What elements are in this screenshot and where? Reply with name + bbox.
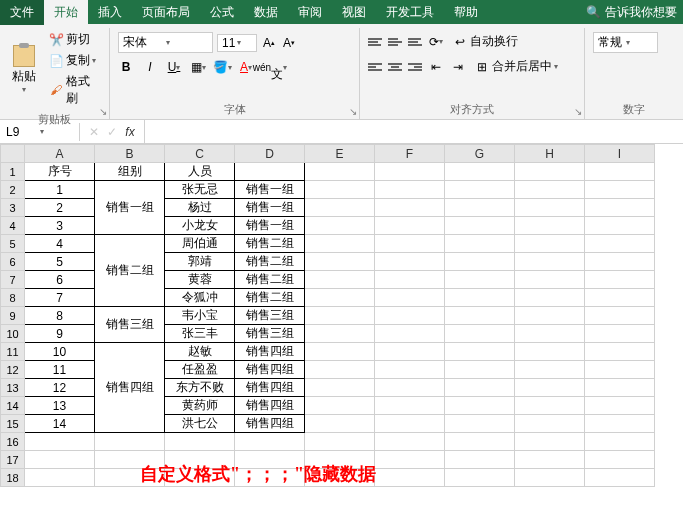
- cell[interactable]: [235, 433, 305, 451]
- cell[interactable]: 销售三组: [235, 325, 305, 343]
- orientation-button[interactable]: ⟳▾: [428, 34, 444, 50]
- cell[interactable]: [585, 361, 655, 379]
- cell[interactable]: [445, 253, 515, 271]
- cell[interactable]: [515, 361, 585, 379]
- select-all-corner[interactable]: [1, 145, 25, 163]
- cell[interactable]: [305, 271, 375, 289]
- cell[interactable]: [585, 415, 655, 433]
- increase-font-icon[interactable]: A▴: [261, 35, 277, 51]
- row-header[interactable]: 2: [1, 181, 25, 199]
- cell[interactable]: [305, 433, 375, 451]
- cell[interactable]: 8: [25, 307, 95, 325]
- cell[interactable]: 3: [25, 217, 95, 235]
- column-header-G[interactable]: G: [445, 145, 515, 163]
- cell[interactable]: [445, 181, 515, 199]
- cell[interactable]: 销售四组: [235, 361, 305, 379]
- cell[interactable]: [445, 343, 515, 361]
- insert-function-icon[interactable]: fx: [122, 125, 138, 139]
- row-header[interactable]: 8: [1, 289, 25, 307]
- align-bottom-icon[interactable]: [408, 37, 422, 47]
- cell[interactable]: [375, 379, 445, 397]
- cell[interactable]: [515, 199, 585, 217]
- cell[interactable]: 销售四组: [235, 343, 305, 361]
- cell[interactable]: 销售二组: [95, 235, 165, 307]
- menu-tab-7[interactable]: 开发工具: [376, 0, 444, 25]
- cell[interactable]: [515, 451, 585, 469]
- dialog-launcher-icon[interactable]: ↘: [99, 106, 107, 117]
- bold-button[interactable]: B: [118, 59, 134, 75]
- menu-tab-3[interactable]: 公式: [200, 0, 244, 25]
- column-header-D[interactable]: D: [235, 145, 305, 163]
- cell[interactable]: [305, 325, 375, 343]
- cell[interactable]: [515, 379, 585, 397]
- menu-tab-0[interactable]: 开始: [44, 0, 88, 25]
- column-header-C[interactable]: C: [165, 145, 235, 163]
- cell[interactable]: [305, 217, 375, 235]
- cell[interactable]: [375, 343, 445, 361]
- menu-tab-5[interactable]: 审阅: [288, 0, 332, 25]
- cell[interactable]: [585, 397, 655, 415]
- cell[interactable]: 序号: [25, 163, 95, 181]
- cell[interactable]: [305, 163, 375, 181]
- cell[interactable]: [25, 451, 95, 469]
- cell[interactable]: [375, 217, 445, 235]
- wrap-text-button[interactable]: ↩自动换行: [450, 32, 520, 51]
- row-header[interactable]: 16: [1, 433, 25, 451]
- cell[interactable]: 黄药师: [165, 397, 235, 415]
- cell[interactable]: [585, 181, 655, 199]
- row-header[interactable]: 15: [1, 415, 25, 433]
- cell[interactable]: [585, 289, 655, 307]
- row-header[interactable]: 3: [1, 199, 25, 217]
- cell[interactable]: [515, 307, 585, 325]
- cell[interactable]: [375, 289, 445, 307]
- cell[interactable]: [305, 397, 375, 415]
- dialog-launcher-icon[interactable]: ↘: [574, 106, 582, 117]
- column-header-E[interactable]: E: [305, 145, 375, 163]
- row-header[interactable]: 1: [1, 163, 25, 181]
- cell[interactable]: 销售三组: [95, 307, 165, 343]
- fill-color-button[interactable]: 🪣▾: [214, 59, 230, 75]
- cell[interactable]: 10: [25, 343, 95, 361]
- cell[interactable]: 销售二组: [235, 253, 305, 271]
- cell[interactable]: 销售四组: [95, 343, 165, 433]
- cell[interactable]: [585, 235, 655, 253]
- cell[interactable]: [445, 415, 515, 433]
- merge-center-button[interactable]: ⊞合并后居中▾: [472, 57, 560, 76]
- tell-me-search[interactable]: 🔍 告诉我你想要: [580, 4, 683, 21]
- paste-button[interactable]: 粘贴 ▾: [6, 42, 42, 96]
- cell[interactable]: 5: [25, 253, 95, 271]
- row-header[interactable]: 17: [1, 451, 25, 469]
- align-right-icon[interactable]: [408, 62, 422, 72]
- file-tab[interactable]: 文件: [0, 0, 44, 25]
- cell[interactable]: [445, 235, 515, 253]
- cell[interactable]: 销售一组: [235, 181, 305, 199]
- cell[interactable]: [445, 325, 515, 343]
- row-header[interactable]: 12: [1, 361, 25, 379]
- cell[interactable]: [25, 433, 95, 451]
- align-left-icon[interactable]: [368, 62, 382, 72]
- cell[interactable]: [235, 163, 305, 181]
- cell[interactable]: 2: [25, 199, 95, 217]
- cell[interactable]: [305, 415, 375, 433]
- cell[interactable]: [515, 469, 585, 487]
- cell[interactable]: [375, 433, 445, 451]
- cell[interactable]: [375, 307, 445, 325]
- decrease-indent-icon[interactable]: ⇤: [428, 59, 444, 75]
- confirm-icon[interactable]: ✓: [104, 125, 120, 139]
- cell[interactable]: [445, 217, 515, 235]
- cell[interactable]: 11: [25, 361, 95, 379]
- cell[interactable]: 郭靖: [165, 253, 235, 271]
- cell[interactable]: [515, 217, 585, 235]
- cut-button[interactable]: ✂️剪切: [46, 30, 103, 49]
- cell[interactable]: 销售二组: [235, 271, 305, 289]
- menu-tab-6[interactable]: 视图: [332, 0, 376, 25]
- cell[interactable]: [585, 433, 655, 451]
- cell[interactable]: 销售一组: [235, 199, 305, 217]
- cell[interactable]: 销售四组: [235, 397, 305, 415]
- cell[interactable]: [585, 271, 655, 289]
- cell[interactable]: [375, 235, 445, 253]
- cell[interactable]: 销售一组: [235, 217, 305, 235]
- cell[interactable]: [515, 235, 585, 253]
- cell[interactable]: 人员: [165, 163, 235, 181]
- font-name-select[interactable]: 宋体▾: [118, 32, 213, 53]
